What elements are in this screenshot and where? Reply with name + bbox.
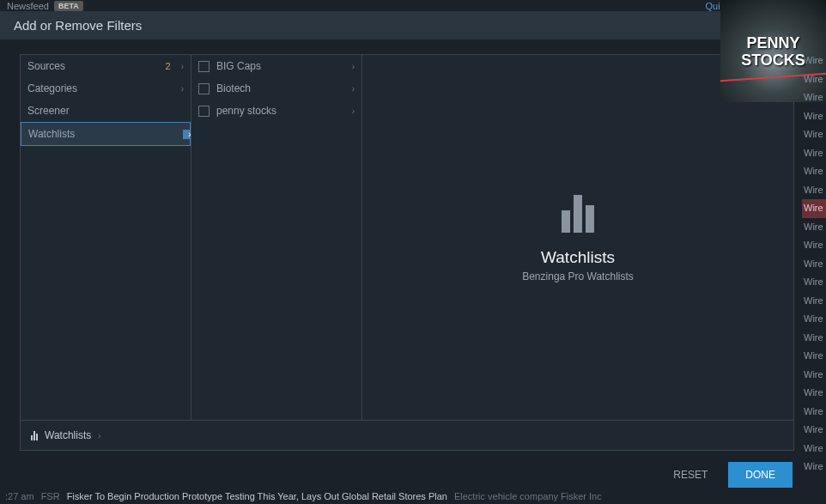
feed-row: Wire [802, 52, 826, 70]
watchlist-label: Biotech [216, 82, 251, 94]
newsfeed-label: Newsfeed [7, 1, 49, 11]
watchlist-item-big-caps[interactable]: BIG Caps› [191, 55, 361, 77]
ticker-symbol: FSR [41, 491, 60, 501]
modal-title: Add or Remove Filters [14, 18, 142, 33]
filter-subcategory-column: BIG Caps›Biotech›penny stocks› [191, 55, 362, 420]
filter-category-watchlists[interactable]: Watchlists› [21, 122, 191, 146]
feed-row: Wire [802, 440, 826, 458]
background-feed: WireWireWireWireWireWireWireWireWireWire… [802, 52, 826, 477]
watchlists-icon [562, 193, 594, 233]
feed-row: Wire [802, 107, 826, 126]
filter-category-label: Categories [27, 82, 77, 94]
watchlist-item-penny-stocks[interactable]: penny stocks› [191, 100, 361, 122]
filter-count-badge: 2 [166, 61, 171, 71]
feed-row: Wire [802, 125, 826, 144]
detail-title: Watchlists [541, 248, 615, 267]
background-ticker: :27 am FSR Fisker To Begin Production Pr… [0, 489, 826, 504]
chevron-right-icon: › [181, 84, 184, 94]
promo-line1: PENNY [741, 34, 805, 52]
chevron-right-icon: › [183, 130, 191, 139]
filter-category-label: Sources [27, 60, 65, 72]
watchlist-label: BIG Caps [216, 60, 261, 72]
feed-row: Wire [802, 199, 826, 218]
feed-row: Wire [802, 181, 826, 200]
watchlist-item-biotech[interactable]: Biotech› [191, 77, 361, 100]
breadcrumb: Watchlists › [21, 420, 793, 450]
feed-row: Wire [802, 144, 826, 163]
feed-row: Wire [802, 421, 826, 440]
feed-row: Wire [802, 236, 826, 255]
feed-row: Wire [802, 88, 826, 107]
ticker-tail: Electric vehicle company Fisker Inc [454, 491, 602, 501]
filter-category-screener[interactable]: Screener [21, 100, 191, 122]
watchlist-label: penny stocks [216, 105, 276, 117]
promo-line2: STOCKS [741, 52, 805, 69]
breadcrumb-label: Watchlists [45, 429, 91, 441]
checkbox[interactable] [198, 83, 210, 94]
chevron-right-icon: › [98, 431, 100, 440]
feed-row: Wire [802, 70, 826, 89]
ticker-headline: Fisker To Begin Production Prototype Tes… [67, 491, 447, 501]
filter-category-sources[interactable]: Sources2› [21, 55, 191, 77]
filter-category-categories[interactable]: Categories› [21, 77, 191, 100]
filter-category-label: Watchlists [28, 128, 75, 140]
checkbox[interactable] [198, 106, 210, 117]
filter-detail-pane: Watchlists Benzinga Pro Watchlists [362, 55, 793, 420]
chevron-right-icon: › [352, 62, 355, 71]
filter-modal: Sources2›Categories›ScreenerWatchlists› … [20, 54, 794, 451]
checkbox[interactable] [198, 61, 210, 72]
feed-row: Wire [802, 366, 826, 385]
filter-category-label: Screener [27, 105, 70, 117]
feed-row: Wire [802, 458, 826, 477]
feed-row: Wire [802, 162, 826, 181]
filter-category-column: Sources2›Categories›ScreenerWatchlists› [21, 55, 191, 420]
bars-icon [31, 431, 38, 440]
feed-row: Wire [802, 292, 826, 311]
feed-row: Wire [802, 273, 826, 292]
ticker-time: :27 am [5, 491, 34, 501]
feed-row: Wire [802, 347, 826, 366]
chevron-right-icon: › [181, 62, 184, 71]
reset-button[interactable]: RESET [663, 464, 718, 486]
feed-row: Wire [802, 329, 826, 348]
feed-row: Wire [802, 403, 826, 422]
feed-row: Wire [802, 255, 826, 274]
feed-row: Wire [802, 310, 826, 329]
done-button[interactable]: DONE [728, 462, 793, 488]
beta-badge: BETA [54, 1, 83, 11]
feed-row: Wire [802, 384, 826, 403]
detail-subtitle: Benzinga Pro Watchlists [522, 270, 634, 282]
feed-row: Wire [802, 218, 826, 237]
chevron-right-icon: › [352, 106, 355, 116]
chevron-right-icon: › [352, 84, 355, 94]
